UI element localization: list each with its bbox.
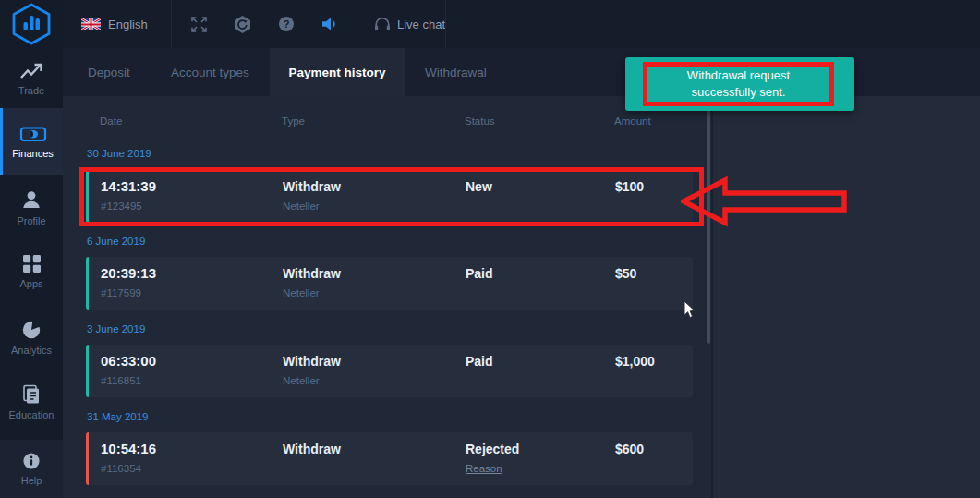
payment-type: Withdraw xyxy=(283,442,341,456)
sidebar-item-help[interactable]: Help xyxy=(0,440,63,498)
tab-withdrawal[interactable]: Withdrawal xyxy=(425,48,487,96)
payment-id: #116851 xyxy=(101,375,141,386)
hexagon-refresh-icon xyxy=(233,15,252,34)
payment-time: 10:54:16 xyxy=(101,441,156,456)
sidebar-item-label: Profile xyxy=(17,215,45,226)
uk-flag-icon xyxy=(81,18,101,30)
sidebar-item-label: Finances xyxy=(12,148,54,159)
date-group-label: 3 June 2019 xyxy=(87,323,145,334)
sidebar-item-finances[interactable]: Finances xyxy=(0,108,63,175)
sidebar-item-label: Trade xyxy=(18,85,44,96)
payment-method: Neteller xyxy=(283,287,320,298)
sidebar-item-profile[interactable]: Profile xyxy=(0,178,63,236)
col-header-amount: Amount xyxy=(614,115,651,127)
payment-time: 06:33:00 xyxy=(101,353,156,369)
sidebar-item-apps[interactable]: Apps xyxy=(0,243,63,300)
payment-amount: $50 xyxy=(615,266,636,281)
sidebar-item-label: Education xyxy=(9,409,54,420)
sidebar-item-trade[interactable]: Trade xyxy=(0,52,63,105)
payment-history-panel: Date Type Status Amount 30 June 2019 14:… xyxy=(63,96,711,498)
payment-id: #123495 xyxy=(101,200,142,212)
tab-account-types[interactable]: Account types xyxy=(171,48,249,96)
help-icon xyxy=(22,452,41,470)
toast-highlight-annotation: Withdrawal request successfully sent. xyxy=(643,62,834,106)
live-chat-button[interactable]: Live chat xyxy=(374,0,445,48)
payment-type: Withdraw xyxy=(283,179,341,194)
withdrawal-success-toast: Withdrawal request successfully sent. xyxy=(625,57,854,111)
logo-hexagon-icon xyxy=(11,3,52,45)
sidebar-item-label: Apps xyxy=(19,278,42,289)
tab-deposit[interactable]: Deposit xyxy=(88,48,130,96)
question-icon: ? xyxy=(278,16,295,32)
payment-row[interactable]: 10:54:16 #116354 Withdraw Rejected Reaso… xyxy=(86,432,693,485)
payment-amount: $100 xyxy=(615,179,644,194)
trade-icon xyxy=(19,62,43,80)
payment-row[interactable]: 20:39:13 #117599 Withdraw Neteller Paid … xyxy=(86,257,693,310)
fullscreen-button[interactable] xyxy=(191,0,207,48)
sound-button[interactable] xyxy=(321,0,339,48)
help-topbar-button[interactable]: ? xyxy=(278,0,295,48)
topbar-divider xyxy=(445,0,446,48)
analytics-icon xyxy=(21,320,42,340)
chart-area-panel xyxy=(713,96,980,498)
app-window: Trade Finances Profile xyxy=(0,0,980,498)
svg-text:?: ? xyxy=(284,18,290,30)
rejection-reason-link[interactable]: Reason xyxy=(466,463,502,474)
col-header-status: Status xyxy=(465,115,495,127)
topbar: English ? xyxy=(63,0,980,48)
payment-type: Withdraw xyxy=(283,266,341,281)
vertical-scrollbar[interactable] xyxy=(707,103,710,344)
payment-time: 20:39:13 xyxy=(101,265,156,281)
date-group-label: 30 June 2019 xyxy=(87,148,151,159)
sidebar-item-label: Help xyxy=(21,475,42,486)
col-header-type: Type xyxy=(282,115,305,127)
sidebar-item-label: Analytics xyxy=(11,345,52,356)
payment-method: Neteller xyxy=(283,375,320,386)
payment-status: New xyxy=(466,179,492,194)
apps-icon xyxy=(22,254,42,273)
language-label: English xyxy=(108,18,148,31)
payment-time: 14:31:39 xyxy=(101,178,156,194)
payment-id: #117599 xyxy=(101,287,141,298)
payment-type: Withdraw xyxy=(283,354,341,369)
profile-icon xyxy=(20,188,42,211)
payment-status: Paid xyxy=(466,354,493,369)
speaker-icon xyxy=(321,17,339,31)
toast-message: Withdrawal request successfully sent. xyxy=(656,67,822,100)
cashback-button[interactable] xyxy=(233,0,252,48)
fullscreen-icon xyxy=(191,17,207,32)
topbar-divider xyxy=(171,0,172,48)
date-group-label: 6 June 2019 xyxy=(87,236,145,247)
sidebar-item-education[interactable]: Education xyxy=(0,373,63,431)
col-header-date: Date xyxy=(100,115,122,127)
tab-payment-history[interactable]: Payment history xyxy=(270,48,405,96)
sidebar: Trade Finances Profile xyxy=(0,0,63,498)
app-logo[interactable] xyxy=(11,3,52,45)
date-group-label: 31 May 2019 xyxy=(87,411,149,422)
payment-amount: $600 xyxy=(615,442,644,456)
panel-divider xyxy=(711,96,713,498)
live-chat-label: Live chat xyxy=(397,18,445,31)
payment-amount: $1,000 xyxy=(615,354,655,369)
headset-icon xyxy=(374,17,391,32)
payment-status: Rejected xyxy=(466,442,519,456)
payment-status: Paid xyxy=(466,266,493,281)
education-icon xyxy=(21,384,42,405)
payment-method: Neteller xyxy=(283,200,320,212)
payment-id: #116354 xyxy=(101,463,141,474)
finances-icon xyxy=(19,125,47,143)
language-selector[interactable]: English xyxy=(81,0,148,48)
payment-row[interactable]: 06:33:00 #116851 Withdraw Neteller Paid … xyxy=(86,345,693,397)
payment-row[interactable]: 14:31:39 #123495 Withdraw Neteller New $… xyxy=(86,170,693,223)
sidebar-item-analytics[interactable]: Analytics xyxy=(0,309,63,366)
